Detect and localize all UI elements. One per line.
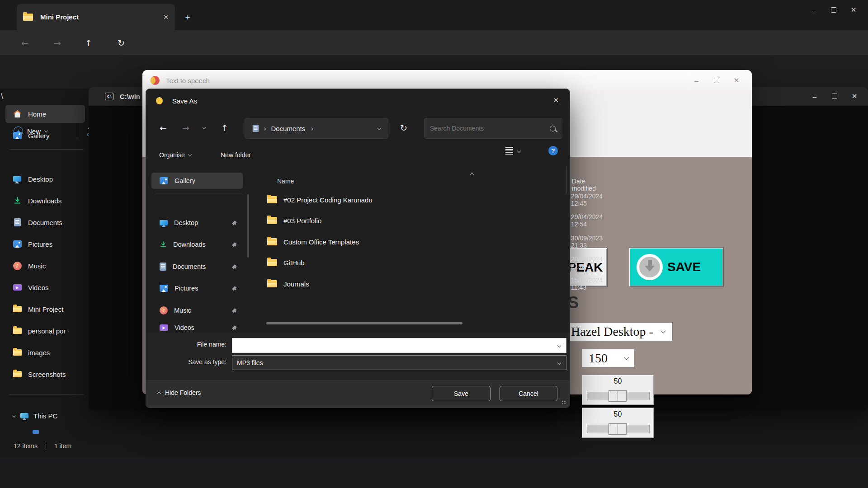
tts-minimize-button[interactable]: – <box>687 73 707 88</box>
file-name-combobox[interactable] <box>232 338 566 353</box>
tts-title-bar[interactable]: Text to speech – ✕ <box>142 70 752 91</box>
sidebar-item-home[interactable]: Home <box>5 105 85 123</box>
chevron-down-icon[interactable] <box>377 127 381 130</box>
dialog-sidebar-documents[interactable]: Documents <box>151 258 243 275</box>
organise-button[interactable]: Organise <box>159 148 191 162</box>
dialog-sidebar-downloads[interactable]: Downloads <box>151 236 243 253</box>
rate-select[interactable]: 150 <box>582 349 634 368</box>
explorer-close-button[interactable]: ✕ <box>844 2 863 18</box>
file-name: Journals <box>283 280 309 288</box>
tab-close-icon[interactable]: ✕ <box>163 14 169 21</box>
dialog-cancel-button[interactable]: Cancel <box>500 386 557 401</box>
sidebar-item-personal-portfolio[interactable]: personal por <box>5 322 85 340</box>
new-tab-button[interactable]: + <box>181 11 194 24</box>
dialog-sidebar-gallery[interactable]: Gallery <box>151 173 243 189</box>
dialog-sidebar-music[interactable]: ♪ Music <box>151 302 243 319</box>
sidebar-item-screenshots[interactable]: Screenshots <box>5 365 85 383</box>
horizontal-scrollbar[interactable] <box>266 322 462 324</box>
dialog-sidebar-videos[interactable]: ▶ Videos <box>151 323 243 333</box>
sidebar-item-documents[interactable]: Documents <box>5 213 85 231</box>
volume-value: 50 <box>582 377 653 385</box>
console-maximize-button[interactable] <box>825 89 844 104</box>
folder-icon <box>13 348 22 357</box>
refresh-icon[interactable]: ↻ <box>111 34 131 52</box>
file-date: 15/03/2024 11:43 <box>571 277 603 291</box>
chevron-down-icon <box>624 355 629 360</box>
file-row[interactable]: Journals 15/03/2024 11:43 <box>267 273 566 294</box>
sidebar-item-music[interactable]: ♪ Music <box>5 257 85 275</box>
slider-handle[interactable] <box>609 390 627 402</box>
sidebar-item-label: Videos <box>175 324 194 331</box>
dialog-search-input[interactable] <box>425 125 550 132</box>
documents-icon <box>253 125 259 132</box>
desktop-icon <box>13 174 22 183</box>
breadcrumb-folder[interactable]: Documents <box>271 125 305 132</box>
refresh-icon[interactable]: ↻ <box>394 119 414 137</box>
pictures-icon <box>13 239 22 249</box>
file-row[interactable]: Custom Office Templates 30/09/2023 21:33 <box>267 231 566 252</box>
console-close-button[interactable]: ✕ <box>844 89 864 104</box>
maximize-icon <box>714 78 719 83</box>
tts-maximize-button[interactable] <box>707 73 726 88</box>
dialog-breadcrumb-bar[interactable]: › Documents › <box>245 118 388 139</box>
stray-glyph: \ <box>1 92 3 100</box>
help-button[interactable]: ? <box>548 146 558 155</box>
dialog-sidebar-pictures[interactable]: Pictures <box>151 280 243 296</box>
sidebar-item-images[interactable]: images <box>5 343 85 361</box>
sidebar-item-this-pc[interactable]: This PC <box>5 407 85 425</box>
chevron-down-icon <box>557 361 561 364</box>
forward-icon[interactable]: → <box>47 34 67 52</box>
sidebar-item-pictures[interactable]: Pictures <box>5 235 85 253</box>
back-icon[interactable]: ← <box>15 34 35 52</box>
downloads-icon <box>13 196 22 205</box>
pitch-slider[interactable]: 50 <box>582 408 654 438</box>
volume-slider[interactable]: 50 <box>582 375 654 405</box>
resize-grip[interactable] <box>561 400 566 405</box>
sidebar-item-desktop[interactable]: Desktop <box>5 170 85 188</box>
sidebar-item-gallery[interactable]: Gallery <box>5 127 85 145</box>
save-audio-button[interactable]: SAVE <box>629 247 724 287</box>
view-mode-button[interactable] <box>505 147 520 155</box>
sidebar-item-mini-project[interactable]: Mini Project <box>5 300 85 318</box>
dialog-sidebar-desktop[interactable]: Desktop <box>151 215 243 231</box>
save-as-type-select[interactable]: MP3 files <box>232 355 566 370</box>
sidebar-item-label: Pictures <box>28 240 52 248</box>
forward-icon[interactable]: → <box>176 119 196 137</box>
dialog-save-button[interactable]: Save <box>432 386 491 401</box>
console-minimize-button[interactable]: – <box>805 89 825 104</box>
explorer-minimize-button[interactable]: – <box>804 2 824 18</box>
explorer-tab[interactable]: Mini Project ✕ <box>17 4 175 30</box>
up-icon[interactable]: ↑ <box>79 34 99 52</box>
dialog-close-button[interactable]: ✕ <box>546 93 566 108</box>
sort-ascending-icon[interactable] <box>470 173 474 176</box>
dialog-title-bar[interactable]: Save As ✕ <box>146 89 570 113</box>
sidebar-scrollbar[interactable] <box>247 194 249 258</box>
tts-close-button[interactable]: ✕ <box>726 73 746 88</box>
column-header-date[interactable]: Date modified <box>572 178 596 192</box>
back-icon[interactable]: ← <box>153 119 173 137</box>
sidebar-item-videos[interactable]: ▶ Videos <box>5 278 85 296</box>
dialog-search-box[interactable] <box>424 118 562 139</box>
column-divider[interactable] <box>566 167 567 194</box>
file-row[interactable]: GitHub 20/05/2024 21:00 <box>267 252 566 273</box>
file-row[interactable]: #02 Project Coding Karunadu 29/04/2024 1… <box>267 189 566 210</box>
up-icon[interactable]: ↑ <box>215 119 235 137</box>
pin-icon <box>231 286 237 291</box>
chevron-down-icon[interactable] <box>557 343 561 347</box>
slider-handle[interactable] <box>609 423 627 435</box>
videos-icon: ▶ <box>160 324 168 331</box>
pin-icon <box>231 308 237 314</box>
explorer-tab-title: Mini Project <box>40 13 163 21</box>
folder-icon <box>13 305 22 314</box>
explorer-maximize-button[interactable] <box>824 2 844 18</box>
column-header-name[interactable]: Name <box>277 178 294 185</box>
chevron-down-icon[interactable] <box>203 126 206 129</box>
sidebar-divider <box>9 394 84 394</box>
hide-folders-button[interactable]: Hide Folders <box>158 389 201 396</box>
file-name-input[interactable] <box>232 342 558 349</box>
new-folder-button[interactable]: New folder <box>221 148 251 162</box>
sidebar-item-downloads[interactable]: Downloads <box>5 192 85 210</box>
dialog-sidebar: Gallery Desktop Downloads Documents Pict… <box>146 168 250 333</box>
file-row[interactable]: #03 Portfolio 29/04/2024 12:54 <box>267 210 566 231</box>
list-view-icon <box>505 147 513 155</box>
